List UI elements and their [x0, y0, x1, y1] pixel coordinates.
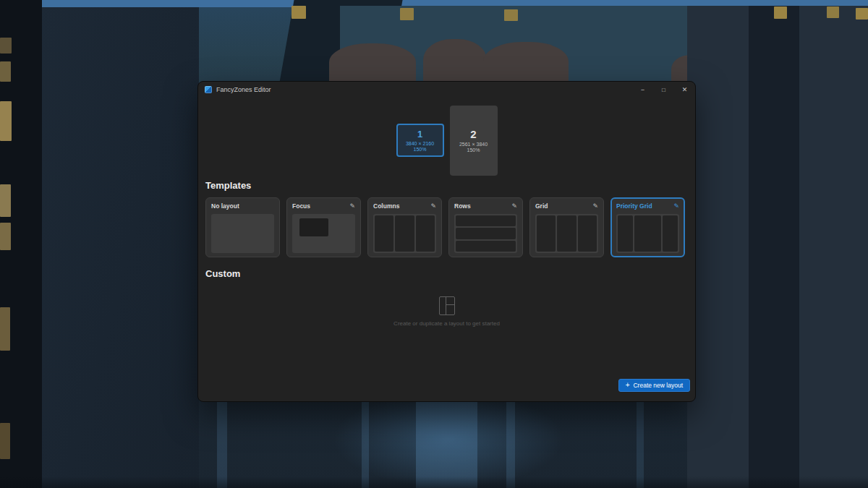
edit-icon[interactable]: ✎: [349, 202, 355, 210]
card-label: Priority Grid: [616, 202, 652, 210]
edit-icon[interactable]: ✎: [511, 202, 517, 210]
monitor-2-card[interactable]: 2 2561 × 3840 150%: [450, 106, 498, 176]
zone: [578, 215, 597, 252]
background-building-left: [29, 7, 199, 488]
window-light: [0, 61, 11, 82]
background-ornament: [423, 39, 487, 85]
monitor-scaling: 150%: [414, 147, 427, 152]
template-card-priority-grid[interactable]: Priority Grid ✎: [610, 197, 685, 257]
templates-section: Templates No layout Focus ✎ Column: [205, 180, 688, 257]
background-column-light: [362, 402, 369, 488]
zone: [375, 215, 393, 252]
zone: [416, 215, 435, 252]
card-label: Rows: [454, 202, 471, 210]
background-ornament: [483, 42, 569, 85]
templates-heading: Templates: [205, 180, 688, 191]
background-column-light: [506, 402, 515, 488]
zone: [537, 215, 556, 252]
close-button[interactable]: ✕: [674, 82, 695, 98]
create-new-layout-button[interactable]: + Create new layout: [618, 379, 690, 392]
card-label: Grid: [535, 202, 548, 210]
layout-preview: [535, 214, 598, 253]
background-bottom-fade: [0, 476, 868, 488]
layout-preview: [292, 214, 355, 253]
card-header: Columns ✎: [373, 202, 436, 210]
create-new-layout-label: Create new layout: [633, 382, 683, 389]
background-column-light: [217, 402, 227, 488]
custom-empty-state: Create or duplicate a layout to get star…: [205, 296, 688, 327]
window-light: [0, 223, 11, 250]
card-header: Rows ✎: [454, 202, 517, 210]
window-light: [0, 423, 10, 459]
card-label: Focus: [292, 202, 310, 210]
template-cards-row: No layout Focus ✎ Columns ✎: [205, 197, 688, 257]
window-light: [0, 101, 12, 141]
background-shadow-band: [749, 6, 799, 488]
edit-icon[interactable]: ✎: [673, 202, 679, 210]
maximize-button[interactable]: □: [653, 82, 674, 98]
window-light: [0, 38, 12, 53]
monitor-number: 1: [417, 129, 422, 140]
window-light: [856, 8, 868, 20]
background-column-light: [416, 402, 477, 488]
card-label: No layout: [211, 202, 239, 210]
layout-preview: [373, 214, 436, 253]
fancyzones-editor-window: FancyZones Editor − □ ✕ 1 3840 × 2160 15…: [197, 81, 696, 402]
zone: [557, 215, 576, 252]
window-controls: − □ ✕: [632, 82, 695, 98]
layout-preview: [211, 214, 274, 253]
window-title: FancyZones Editor: [216, 86, 271, 93]
template-card-columns[interactable]: Columns ✎: [367, 197, 442, 257]
card-header: Priority Grid ✎: [616, 202, 679, 210]
card-header: Focus ✎: [292, 202, 355, 210]
window-light: [292, 6, 306, 19]
monitor-number: 2: [470, 128, 476, 140]
window-light: [0, 307, 10, 351]
template-card-focus[interactable]: Focus ✎: [286, 197, 361, 257]
template-card-grid[interactable]: Grid ✎: [529, 197, 604, 257]
monitor-scaling: 150%: [467, 147, 480, 153]
window-light: [504, 9, 518, 21]
titlebar: FancyZones Editor − □ ✕: [198, 82, 695, 98]
minimize-button[interactable]: −: [632, 82, 653, 98]
edit-icon[interactable]: ✎: [592, 202, 598, 210]
layout-placeholder-icon: [439, 296, 455, 315]
monitor-1-card[interactable]: 1 3840 × 2160 150%: [396, 124, 444, 157]
zone: [663, 215, 678, 252]
zone: [456, 241, 516, 252]
window-light: [400, 8, 414, 20]
template-card-no-layout[interactable]: No layout: [205, 197, 280, 257]
custom-empty-text: Create or duplicate a layout to get star…: [393, 320, 500, 327]
card-header: Grid ✎: [535, 202, 598, 210]
layout-preview: [454, 214, 517, 253]
window-light: [827, 7, 839, 18]
app-icon: [205, 86, 212, 93]
template-card-rows[interactable]: Rows ✎: [448, 197, 523, 257]
layout-preview: [616, 214, 679, 253]
zone: [456, 228, 516, 239]
zone: [618, 215, 633, 252]
card-label: Columns: [373, 202, 399, 210]
card-header: No layout: [211, 202, 274, 210]
custom-heading: Custom: [205, 268, 688, 279]
zone: [299, 218, 328, 236]
background-column-light: [637, 402, 644, 488]
window-light: [774, 7, 787, 19]
custom-section: Custom Create or duplicate a layout to g…: [205, 268, 688, 327]
window-light: [0, 184, 11, 217]
zone: [456, 215, 516, 226]
monitor-picker: 1 3840 × 2160 150% 2 2561 × 3840 150%: [198, 96, 695, 184]
zone: [634, 215, 662, 252]
monitor-resolution: 2561 × 3840: [459, 142, 488, 147]
background-ornament: [329, 43, 416, 85]
monitor-resolution: 3840 × 2160: [406, 141, 434, 146]
edit-icon[interactable]: ✎: [430, 202, 436, 210]
plus-icon: +: [626, 382, 630, 389]
zone: [395, 215, 414, 252]
